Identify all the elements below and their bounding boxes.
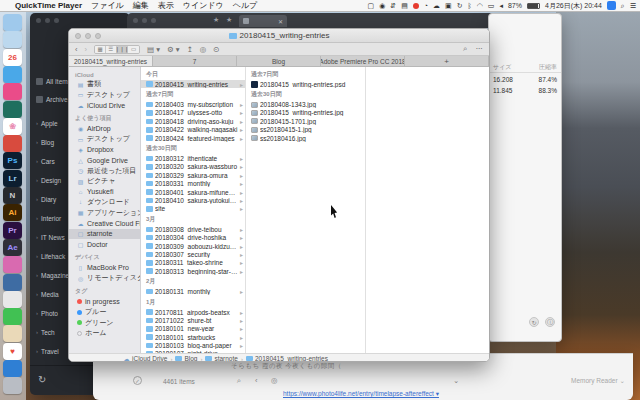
sidebar-item-starnote[interactable]: ▢starnote <box>69 229 140 240</box>
pinned-tab-icon[interactable]: ★ <box>226 16 232 24</box>
file-row[interactable]: 20180304_drive-hoshika▸ <box>141 233 245 241</box>
wifi-icon[interactable]: ◠ <box>477 2 483 9</box>
sidebar-item-最近使った項目[interactable]: ◷最近使った項目 <box>69 166 140 177</box>
optimizer-button-info[interactable]: ⓘ <box>545 317 555 327</box>
finder-tab-3[interactable]: Blog <box>237 56 321 66</box>
tab-close-icon[interactable]: ✕ <box>278 18 283 25</box>
reeder-feed-magazine[interactable]: ›Magazine <box>36 269 69 281</box>
dock-trash[interactable] <box>3 377 22 394</box>
reader-extension-label[interactable]: Memory Reader ⌄ <box>571 377 625 385</box>
dock-calendar-app[interactable]: 26 <box>3 49 22 66</box>
dock-illustrator-app[interactable]: Ai <box>3 204 22 221</box>
dock-butterfly-app[interactable] <box>3 256 22 273</box>
finder-tab-1[interactable]: 20180415_writing-entries <box>69 56 153 66</box>
sidebar-item-デスクトップ[interactable]: ▭デスクトップ <box>69 134 140 145</box>
file-row[interactable]: 20180331_monthly▸ <box>141 180 245 188</box>
dock-evernote-app[interactable] <box>3 101 22 118</box>
dock-lightroom-app[interactable]: Lr <box>3 170 22 187</box>
path-item-blog[interactable]: Blog <box>175 355 197 362</box>
target-icon[interactable]: ◉ <box>379 2 385 9</box>
dock-media-red-app[interactable] <box>3 135 22 152</box>
file-row[interactable]: 20180307_security▸ <box>141 250 245 258</box>
menu-item-ウインドウ[interactable]: ウインドウ <box>183 0 224 11</box>
file-row[interactable]: 20180418_driving-aso-kuju▸ <box>141 117 245 125</box>
document-icon[interactable]: ▤ <box>401 2 408 9</box>
sidebar-item-yusukefi[interactable]: ⌂Yusukefi <box>69 187 140 198</box>
optimizer-table-row[interactable]: 11.84588.3% <box>489 85 561 96</box>
forward-button[interactable]: › <box>85 45 88 54</box>
file-row[interactable]: 20171022_shure-bt▸ <box>141 316 245 324</box>
menu-item-表示[interactable]: 表示 <box>158 0 174 11</box>
reeder-feed-travel[interactable]: ›Travel <box>36 345 59 357</box>
gallery-view-icon[interactable]: ▭ <box>128 46 139 53</box>
sidebar-item-airdrop[interactable]: ◉AirDrop <box>69 124 140 135</box>
file-row[interactable]: 20180101_new-year▸ <box>141 325 245 333</box>
file-row[interactable]: 20180401_sakura-mifuneyama▸ <box>141 188 245 196</box>
sidebar-item-グリーン[interactable]: グリーン <box>69 318 140 329</box>
reeder-feed-interior[interactable]: ›Interior <box>36 212 61 224</box>
reeder-feed-photo[interactable]: ›Photo <box>36 307 58 319</box>
file-row[interactable]: 20180415_writing-entries▸ <box>141 80 245 88</box>
reeder-feed-media[interactable]: ›Media <box>36 288 59 300</box>
file-row[interactable]: 20180309_aobouzu-kidzukuri▸ <box>141 242 245 250</box>
sidebar-item-ピクチャ[interactable]: ▨ピクチャ <box>69 176 140 187</box>
timemachine-icon[interactable]: ↻ <box>457 2 463 9</box>
file-row[interactable]: 20180313_beginning-star-photo▸ <box>141 267 245 275</box>
more-icon[interactable]: ⋯ <box>476 44 484 54</box>
file-row[interactable]: 20180103_blog-and-paper▸ <box>141 341 245 349</box>
updown-icon[interactable]: ⇵ <box>390 2 396 9</box>
dock-heart-app[interactable]: ♥ <box>3 343 22 360</box>
sidebar-item-in-progress[interactable]: in progress <box>69 297 140 308</box>
page-url-link[interactable]: https://www.photo4life.net/entry/timelap… <box>283 390 439 398</box>
reeder-traffic-lights[interactable] <box>36 18 59 23</box>
file-row[interactable]: 20180308_drive-teibou▸ <box>141 225 245 233</box>
sidebar-item-アプリケーション[interactable]: ▦アプリケーション <box>69 208 140 219</box>
volume-icon[interactable]: ◂ <box>499 2 503 9</box>
sidebar-item-google-drive[interactable]: △Google Drive <box>69 155 140 166</box>
finder-tab-2[interactable]: 7 <box>153 56 237 66</box>
dock-premiere-app[interactable]: Pr <box>3 222 22 239</box>
reeder-feed-lifehack[interactable]: ›Lifehack <box>36 250 65 262</box>
path-item-starnote[interactable]: starnote <box>205 355 238 362</box>
back-icon[interactable]: ‹ <box>255 376 258 385</box>
optimizer-button-refresh[interactable]: ↻ <box>529 317 539 327</box>
reeder-feed-design[interactable]: ›Design <box>36 174 61 186</box>
search-icon[interactable]: ⌕ <box>237 376 241 386</box>
action-gear-menu[interactable]: ⚙ ▾ <box>167 45 180 54</box>
bluetooth-icon[interactable]: ᛒ <box>468 2 472 9</box>
back-button[interactable]: ‹ <box>75 45 78 54</box>
sidebar-item-macbook-pro[interactable]: ▯MacBook Pro <box>69 263 140 274</box>
file-row[interactable]: 20170811_airpods-beatsx▸ <box>141 308 245 316</box>
reeder-feed-apple[interactable]: ›Apple <box>36 117 58 129</box>
reeder-feed-diary[interactable]: ›Diary <box>36 193 56 205</box>
record-dot-icon[interactable] <box>413 3 419 9</box>
tags-button[interactable]: ◎ <box>200 45 207 54</box>
dock-photos-app[interactable]: ❀ <box>3 118 22 135</box>
window-icon[interactable]: ▢ <box>368 2 375 9</box>
reeder-feed-blog[interactable]: ›Blog <box>36 136 54 148</box>
optimizer-table-row[interactable]: 16.20887.4% <box>489 74 561 85</box>
path-item-icloud-drive[interactable]: ☁iCloud Drive <box>123 355 167 362</box>
file-row[interactable]: 20180403_my-subscription▸ <box>141 100 245 108</box>
chevron-down-icon[interactable]: ⌄ <box>453 376 459 385</box>
menu-item-ヘルプ[interactable]: ヘルプ <box>233 0 258 11</box>
file-row[interactable]: ss20180416.jpg <box>246 134 365 142</box>
refresh-icon[interactable]: ↻ <box>38 374 46 385</box>
file-row[interactable]: 20180417_ulysses-otto▸ <box>141 109 245 117</box>
view-segmented-control[interactable]: ▦ ☰ ❘❘❘ ▭ <box>94 45 140 54</box>
file-row[interactable]: 20180311_takeo-shrine▸ <box>141 259 245 267</box>
file-row[interactable]: 20180312_ithenticate▸ <box>141 154 245 162</box>
dock-appstore-app[interactable] <box>3 308 22 325</box>
reeder-item-all-items[interactable]: All Items <box>36 75 71 87</box>
notification-center-icon[interactable]: ☰ <box>630 2 636 9</box>
file-row[interactable]: 20180424_featured-images▸ <box>141 134 245 142</box>
spotlight-icon[interactable]: ⌕ <box>621 2 625 9</box>
file-row[interactable]: 20180131_monthly▸ <box>141 287 245 295</box>
dock-dribbble-app[interactable] <box>3 83 22 100</box>
file-row[interactable]: ss20180415-1.jpg <box>246 126 365 134</box>
icon-view-icon[interactable]: ▦ <box>95 46 106 53</box>
sidebar-item-書類[interactable]: ▤書類 <box>69 79 140 90</box>
file-row[interactable]: 20180329_sakura-omura▸ <box>141 171 245 179</box>
reeder-feed-cars[interactable]: ›Cars <box>36 155 55 167</box>
dock-pixel-blue-app[interactable] <box>3 274 22 291</box>
